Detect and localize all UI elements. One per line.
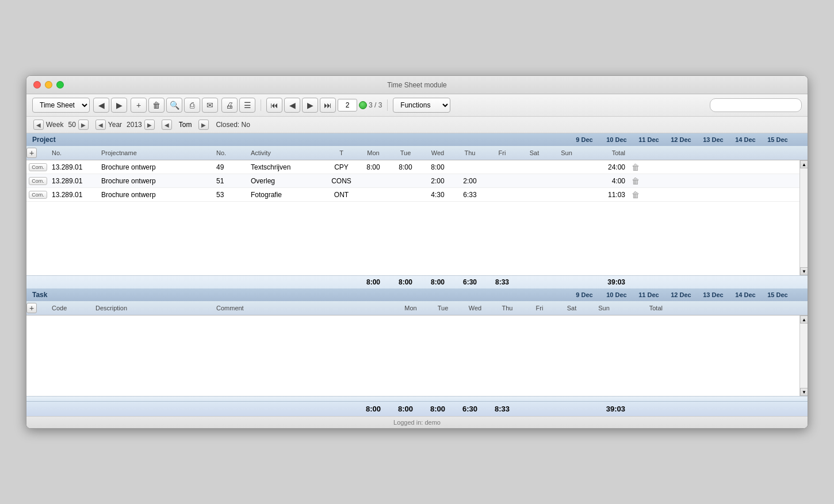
- separator2: [387, 99, 388, 111]
- col-thu-header: Thu: [454, 149, 486, 156]
- print-preview-button[interactable]: 🖨: [221, 98, 238, 113]
- col-projname-header: Projectname: [101, 149, 216, 156]
- activity-0: Textschrijven: [251, 163, 326, 171]
- col-total-header: Total: [583, 149, 629, 156]
- mon-0[interactable]: 8:00: [357, 163, 389, 171]
- task-col-tue-header: Tue: [427, 305, 459, 311]
- module-select[interactable]: Time Sheet: [32, 98, 90, 113]
- nav-bar: ◀ Week 50 ▶ ◀ Year 2013 ▶ ◀ Tom ▶ Closed…: [26, 117, 808, 133]
- print-button[interactable]: ⎙: [184, 98, 200, 113]
- wed-2[interactable]: 4:30: [422, 191, 454, 199]
- task-header-row: Task 9 Dec 10 Dec 11 Dec 12 Dec 13 Dec 1…: [32, 291, 802, 299]
- add-task-row-button[interactable]: +: [26, 303, 37, 313]
- total-1: 4:00: [583, 177, 629, 185]
- task-date-1: 10 Dec: [600, 291, 633, 298]
- thu-1[interactable]: 2:00: [454, 177, 486, 185]
- project-date-headers: 9 Dec 10 Dec 11 Dec 12 Dec 13 Dec 14 Dec…: [568, 136, 794, 143]
- year-next-button[interactable]: ▶: [144, 120, 155, 130]
- comment-button-2[interactable]: Com.: [29, 191, 47, 199]
- type-2: ONT: [326, 191, 357, 199]
- scroll-down-arrow[interactable]: ▼: [800, 267, 808, 275]
- col-t-header: T: [326, 149, 357, 156]
- task-date-6: 15 Dec: [762, 291, 794, 298]
- last-page-button[interactable]: ⏭: [320, 98, 336, 113]
- project-name-0: Brochure ontwerp: [101, 163, 216, 171]
- thu-2[interactable]: 6:33: [454, 191, 486, 199]
- col-activity-header: Activity: [251, 149, 326, 156]
- year-nav: ◀ Year 2013 ▶: [95, 120, 155, 130]
- type-0: CPY: [326, 163, 357, 171]
- proj-date-2: 11 Dec: [633, 136, 665, 143]
- window-controls: [33, 81, 64, 89]
- table-row: Com. 13.289.01 Brochure ontwerp 51 Overl…: [26, 174, 808, 188]
- comment-button-0[interactable]: Com.: [29, 163, 47, 171]
- col-comment-header: Comment: [216, 305, 395, 311]
- task-date-5: 14 Dec: [729, 291, 762, 298]
- close-button[interactable]: [33, 81, 41, 89]
- task-date-3: 12 Dec: [665, 291, 697, 298]
- page-info: 3 / 3: [369, 101, 382, 109]
- delete-row-2[interactable]: 🗑: [632, 190, 640, 199]
- page-prev-button[interactable]: ◀: [284, 98, 300, 113]
- user-next-button[interactable]: ▶: [198, 120, 209, 130]
- window-title: Time Sheet module: [387, 81, 447, 89]
- activity-1: Overleg: [251, 177, 326, 185]
- maximize-button[interactable]: [56, 81, 64, 89]
- module-selector-group: Time Sheet: [32, 98, 90, 113]
- export-button[interactable]: ✉: [202, 98, 218, 113]
- col-sun-header: Sun: [550, 149, 583, 156]
- task-section: Task 9 Dec 10 Dec 11 Dec 12 Dec 13 Dec 1…: [26, 288, 808, 401]
- functions-select[interactable]: Functions: [393, 98, 450, 113]
- col-tue-header: Tue: [389, 149, 422, 156]
- grand-total-wed: 8:00: [422, 405, 454, 413]
- user-prev-button[interactable]: ◀: [162, 120, 172, 130]
- task-section-header: Task 9 Dec 10 Dec 11 Dec 12 Dec 13 Dec 1…: [26, 288, 808, 301]
- proj-grand-total: 39:03: [583, 278, 629, 286]
- add-button[interactable]: +: [131, 98, 147, 113]
- page-input[interactable]: 2: [338, 99, 357, 111]
- proj-date-5: 14 Dec: [729, 136, 762, 143]
- col-fri-header: Fri: [486, 149, 518, 156]
- col-actno-header: No.: [216, 149, 251, 156]
- page-next-button[interactable]: ▶: [302, 98, 318, 113]
- year-prev-button[interactable]: ◀: [95, 120, 106, 130]
- col-no-header: No.: [49, 149, 101, 156]
- week-value: 50: [68, 121, 75, 129]
- wed-1[interactable]: 2:00: [422, 177, 454, 185]
- add-project-row-button[interactable]: +: [26, 148, 37, 158]
- week-prev-button[interactable]: ◀: [33, 120, 44, 130]
- year-label: Year: [108, 121, 122, 129]
- search-input[interactable]: [710, 98, 802, 112]
- task-scroll-down[interactable]: ▼: [800, 388, 808, 396]
- scroll-up-arrow[interactable]: ▲: [800, 160, 808, 168]
- layout-button[interactable]: ☰: [239, 98, 255, 113]
- proj-date-3: 12 Dec: [665, 136, 697, 143]
- project-no-0: 13.289.01: [49, 163, 101, 171]
- tue-0[interactable]: 8:00: [389, 163, 422, 171]
- minimize-button[interactable]: [45, 81, 52, 89]
- week-next-button[interactable]: ▶: [78, 120, 89, 130]
- task-scrollbar[interactable]: ▲ ▼: [799, 316, 808, 396]
- wed-0[interactable]: 8:00: [422, 163, 454, 171]
- project-label: Project: [32, 136, 568, 144]
- grand-total-mon: 8:00: [357, 405, 389, 413]
- delete-row-0[interactable]: 🗑: [632, 163, 640, 172]
- prev-button[interactable]: ◀: [93, 98, 109, 113]
- comment-button-1[interactable]: Com.: [29, 177, 47, 185]
- task-scroll-up[interactable]: ▲: [800, 316, 808, 324]
- first-page-button[interactable]: ⏮: [266, 98, 282, 113]
- grand-total-tue: 8:00: [389, 405, 422, 413]
- act-no-0: 49: [216, 163, 251, 171]
- delete-row-1[interactable]: 🗑: [632, 176, 640, 186]
- search-button[interactable]: 🔍: [166, 98, 182, 113]
- table-row: Com. 13.289.01 Brochure ontwerp 49 Texts…: [26, 160, 808, 174]
- act-no-1: 51: [216, 177, 251, 185]
- pagination-group: ⏮ ◀ ▶ ⏭ 2 3 / 3: [266, 98, 382, 113]
- grand-totals-row: 8:00 8:00 8:00 6:30 8:33 39:03: [26, 401, 808, 416]
- next-button[interactable]: ▶: [111, 98, 127, 113]
- week-nav: ◀ Week 50 ▶: [33, 120, 89, 130]
- proj-total-thu: 6:30: [454, 278, 486, 286]
- total-0: 24:00: [583, 163, 629, 171]
- project-scrollbar[interactable]: ▲ ▼: [799, 160, 808, 275]
- delete-button[interactable]: 🗑: [148, 98, 164, 113]
